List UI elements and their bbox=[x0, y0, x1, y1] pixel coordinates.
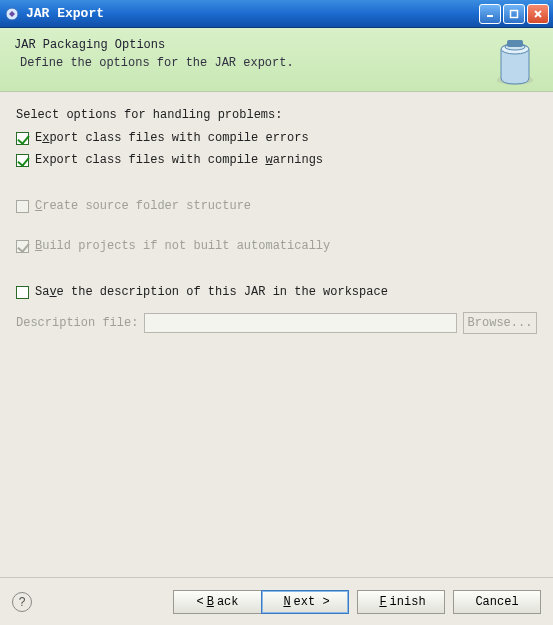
description-file-row: Description file: Browse... bbox=[16, 312, 537, 334]
back-button[interactable]: < Back bbox=[173, 590, 261, 614]
save-description-label: Save the description of this JAR in the … bbox=[35, 285, 388, 299]
cancel-button[interactable]: Cancel bbox=[453, 590, 541, 614]
export-warnings-checkbox[interactable] bbox=[16, 154, 29, 167]
build-projects-checkbox bbox=[16, 240, 29, 253]
export-errors-label: Export class files with compile errors bbox=[35, 131, 309, 145]
create-source-label: Create source folder structure bbox=[35, 199, 251, 213]
create-source-checkbox bbox=[16, 200, 29, 213]
save-description-row[interactable]: Save the description of this JAR in the … bbox=[16, 282, 537, 302]
svg-line-4 bbox=[535, 11, 541, 17]
export-errors-checkbox[interactable] bbox=[16, 132, 29, 145]
svg-line-3 bbox=[535, 11, 541, 17]
build-projects-row: Build projects if not built automaticall… bbox=[16, 236, 537, 256]
description-file-input bbox=[144, 313, 457, 333]
header-subtitle: Define the options for the JAR export. bbox=[14, 56, 539, 70]
next-button[interactable]: Next > bbox=[261, 590, 349, 614]
save-description-checkbox[interactable] bbox=[16, 286, 29, 299]
wizard-header: JAR Packaging Options Define the options… bbox=[0, 28, 553, 92]
minimize-button[interactable] bbox=[479, 4, 501, 24]
wizard-body: Select options for handling problems: Ex… bbox=[0, 92, 553, 577]
header-title: JAR Packaging Options bbox=[14, 38, 539, 52]
jar-icon bbox=[491, 36, 539, 88]
wizard-footer: ? < Back Next > Finish Cancel bbox=[0, 577, 553, 625]
description-file-label: Description file: bbox=[16, 316, 138, 330]
create-source-row: Create source folder structure bbox=[16, 196, 537, 216]
window-title: JAR Export bbox=[26, 6, 479, 21]
close-button[interactable] bbox=[527, 4, 549, 24]
help-icon[interactable]: ? bbox=[12, 592, 32, 612]
app-icon bbox=[4, 6, 20, 22]
problems-group-label: Select options for handling problems: bbox=[16, 108, 537, 122]
export-errors-row[interactable]: Export class files with compile errors bbox=[16, 128, 537, 148]
export-warnings-row[interactable]: Export class files with compile warnings bbox=[16, 150, 537, 170]
build-projects-label: Build projects if not built automaticall… bbox=[35, 239, 330, 253]
browse-button: Browse... bbox=[463, 312, 537, 334]
title-bar: JAR Export bbox=[0, 0, 553, 28]
svg-rect-8 bbox=[507, 40, 523, 47]
svg-rect-2 bbox=[511, 10, 518, 17]
finish-button[interactable]: Finish bbox=[357, 590, 445, 614]
maximize-button[interactable] bbox=[503, 4, 525, 24]
export-warnings-label: Export class files with compile warnings bbox=[35, 153, 323, 167]
